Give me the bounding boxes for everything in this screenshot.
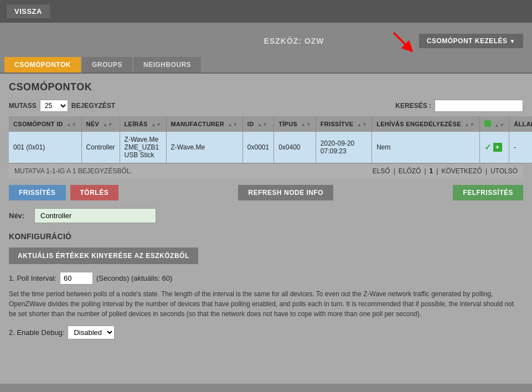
- pagination-next[interactable]: KÖVETKEZŐ: [441, 167, 482, 175]
- pagination-row: MUTATVA 1-1-IG A 1 BEJEGYZÉSBŐL. ELSŐ | …: [9, 163, 523, 178]
- entries-select[interactable]: 25 10 50 100: [40, 100, 68, 112]
- search-input[interactable]: [435, 100, 523, 112]
- cell-manufacturer: Z-Wave.Me: [166, 132, 242, 163]
- cell-lehivas: Nem: [372, 132, 479, 163]
- update-button[interactable]: FELFRISSÍTÉS: [453, 185, 523, 200]
- section-title: CSOMÓPONTOK: [9, 81, 523, 93]
- sort-arrows-icon: ▲▼: [66, 122, 76, 127]
- config-title: KONFIGURÁCIÓ: [9, 232, 523, 241]
- debug-row: 2. Enable Debug: Disabled Enabled: [9, 326, 523, 339]
- search-label: KERESÉS :: [395, 102, 431, 110]
- poll-label: 1. Poll Interval:: [9, 274, 56, 282]
- action-buttons: FRISSÍTÉS TÖRLÉS REFRESH NODE INFO FELFR…: [9, 185, 523, 200]
- device-title: ESZKÖZ: OZW: [199, 37, 389, 45]
- data-table: CSOMÓPONT ID ▲▼ NÉV ▲▼ LEÍRÁS ▲▼ MANUFAC…: [9, 116, 532, 163]
- fetch-values-button[interactable]: AKTUÁLIS ÉRTÉKEK KINYERÉSE AZ ESZKÖZBŐL: [9, 247, 198, 264]
- plus-icon: +: [493, 143, 502, 152]
- cell-id: 0x0001: [242, 132, 273, 163]
- tab-groups[interactable]: GROUPS: [82, 57, 132, 73]
- poll-suffix: (Seconds) (aktuális: 60): [96, 274, 172, 282]
- device-row: ESZKÖZ: OZW CSOMÓPONT KEZELÉS ▼: [0, 23, 532, 57]
- name-input[interactable]: [34, 208, 156, 223]
- green-dot-icon: [484, 120, 491, 127]
- sort-arrows-icon: ▲▼: [228, 122, 237, 127]
- table-header-row: CSOMÓPONT ID ▲▼ NÉV ▲▼ LEÍRÁS ▲▼ MANUFAC…: [9, 116, 532, 132]
- cell-allapot-icons: ✓ +: [479, 132, 509, 163]
- sort-arrows-icon: ▲▼: [102, 122, 112, 127]
- pagination-last[interactable]: UTOLSÓ: [490, 167, 518, 175]
- table-row[interactable]: 001 (0x01) Controller Z-Wave.Me ZME_UZB1…: [9, 132, 532, 163]
- name-label: Név:: [9, 212, 29, 220]
- cell-nev: Controller: [81, 132, 120, 163]
- col-id[interactable]: ID ▲▼: [242, 116, 273, 132]
- col-csomopont-id[interactable]: CSOMÓPONT ID ▲▼: [9, 116, 81, 132]
- cell-leiras: Z-Wave.Me ZME_UZB1 USB Stick: [120, 132, 166, 163]
- sort-arrows-icon: ▲▼: [151, 122, 161, 127]
- col-allapot[interactable]: ÁLLAPOT ▲▼: [509, 116, 532, 132]
- tab-neighbours[interactable]: NEIGHBOURS: [133, 57, 201, 73]
- delete-button[interactable]: TÖRLÉS: [70, 185, 119, 200]
- name-row: Név:: [9, 208, 523, 223]
- col-tipus[interactable]: TÍPUS ▲▼: [274, 116, 316, 132]
- controls-row: MUTASS 25 10 50 100 BEJEGYZÉST KERESÉS :: [9, 100, 523, 112]
- col-green-dot: ▲▼: [479, 116, 509, 132]
- red-arrow-icon: [389, 28, 415, 54]
- pagination-prev[interactable]: ELŐZŐ: [399, 167, 421, 175]
- col-frissitve[interactable]: FRISSÍTVE ▲▼: [316, 116, 371, 132]
- cell-frissitve: 2020-09-20 07:09:23: [316, 132, 371, 163]
- arrow-area: CSOMÓPONT KEZELÉS ▼: [389, 28, 523, 54]
- dropdown-arrow-icon: ▼: [510, 38, 515, 44]
- debug-select[interactable]: Disabled Enabled: [68, 326, 115, 339]
- poll-description: Set the time period between polls of a n…: [9, 289, 518, 319]
- sort-arrows-icon: ▲▼: [257, 122, 267, 127]
- col-nev[interactable]: NÉV ▲▼: [81, 116, 120, 132]
- top-bar: VISSZA: [0, 0, 532, 23]
- pagination-info: MUTATVA 1-1-IG A 1 BEJEGYZÉSBŐL.: [14, 167, 132, 175]
- back-button[interactable]: VISSZA: [7, 4, 50, 18]
- main-content: CSOMÓPONTOK MUTASS 25 10 50 100 BEJEGYZÉ…: [0, 74, 532, 384]
- sort-arrows-icon: ▲▼: [494, 122, 504, 128]
- poll-input[interactable]: [60, 272, 93, 285]
- pagination-first[interactable]: ELSŐ: [373, 167, 390, 175]
- col-leiras[interactable]: LEÍRÁS ▲▼: [120, 116, 166, 132]
- checkmark-icon: ✓: [484, 142, 492, 152]
- col-manufacturer[interactable]: MANUFACTURER ▲▼: [166, 116, 242, 132]
- search-area: KERESÉS :: [395, 100, 523, 112]
- poll-interval-row: 1. Poll Interval: (Seconds) (aktuális: 6…: [9, 272, 523, 285]
- config-section: KONFIGURÁCIÓ AKTUÁLIS ÉRTÉKEK KINYERÉSE …: [9, 232, 523, 339]
- tab-csompontok[interactable]: CSOMÓPONTOK: [4, 57, 81, 73]
- show-entries: MUTASS 25 10 50 100 BEJEGYZÉST: [9, 100, 115, 112]
- debug-label: 2. Enable Debug:: [9, 328, 64, 337]
- pagination-page-1[interactable]: 1: [430, 167, 433, 175]
- refresh-node-info-button[interactable]: REFRESH NODE INFO: [238, 185, 333, 200]
- entries-suffix: BEJEGYZÉST: [71, 102, 115, 110]
- refresh-button[interactable]: FRISSÍTÉS: [9, 185, 66, 200]
- svg-line-0: [394, 33, 409, 48]
- cell-tipus: 0x0400: [274, 132, 316, 163]
- nav-tabs: CSOMÓPONTOK GROUPS NEIGHBOURS: [0, 57, 532, 74]
- sort-arrows-icon: ▲▼: [357, 122, 367, 127]
- show-label: MUTASS: [9, 102, 37, 110]
- col-lehivas[interactable]: LEHÍVÁS ENGEDÉLYEZÉSE ▲▼: [372, 116, 479, 132]
- csomopont-kezelés-button[interactable]: CSOMÓPONT KEZELÉS ▼: [419, 34, 523, 48]
- sort-arrows-icon: ▲▼: [301, 122, 311, 127]
- sort-arrows-icon: ▲▼: [464, 122, 474, 127]
- pagination-links: ELSŐ | ELŐZŐ | 1 | KÖVETKEZŐ | UTOLSÓ: [373, 167, 518, 175]
- cell-allapot: -: [509, 132, 532, 163]
- cell-csomopont-id: 001 (0x01): [9, 132, 81, 163]
